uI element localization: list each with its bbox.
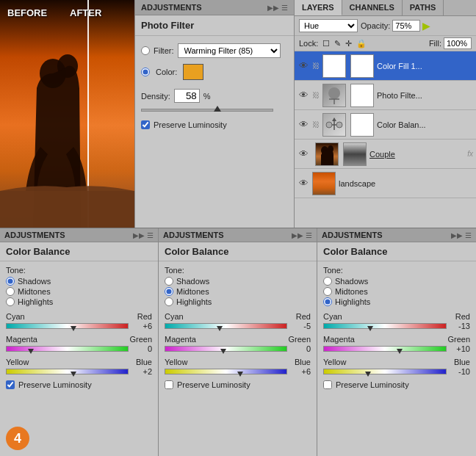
- tone-radio-midtones-0[interactable]: [6, 287, 15, 296]
- cb-menu-icon-0[interactable]: ☰: [147, 231, 154, 239]
- yellow-blue-row-1: YellowBlue +6: [165, 358, 311, 376]
- cb-header-icons-2: ▶▶ ☰: [451, 231, 472, 239]
- cyan-red-val-2: -13: [450, 322, 470, 330]
- layer-name-4: landscape: [339, 179, 473, 188]
- preserve-luminosity-checkbox[interactable]: [141, 120, 150, 129]
- blend-mode-select[interactable]: Hue: [299, 19, 358, 32]
- yellow-blue-thumb-2: [365, 372, 371, 377]
- tone-radios-2: Shadows Midtones Highlights: [323, 277, 470, 306]
- tab-paths[interactable]: PATHS: [403, 0, 444, 15]
- cb-expand-icon-1[interactable]: ▶▶: [292, 231, 303, 239]
- tone-label-0: Tone:: [6, 266, 152, 275]
- cb-header-0: ADJUSTMENTS ▶▶ ☰: [0, 228, 158, 242]
- fill-input[interactable]: [444, 37, 472, 49]
- photo-filter-panel: ADJUSTMENTS ▶▶ ☰ Photo Filter Filter: Wa…: [134, 0, 294, 228]
- cb-expand-icon-0[interactable]: ▶▶: [133, 231, 145, 239]
- filter-select[interactable]: Warming Filter (85): [178, 43, 281, 58]
- photo-filter-title: Photo Filter: [135, 15, 294, 36]
- tone-radio-midtones-2[interactable]: [323, 287, 332, 296]
- tab-layers[interactable]: LAYERS: [295, 0, 342, 15]
- cb-adjustments-label-2: ADJUSTMENTS: [322, 231, 383, 239]
- panel-header: ADJUSTMENTS ▶▶ ☰: [135, 0, 294, 15]
- cyan-red-thumb-2: [367, 326, 373, 331]
- tab-channels[interactable]: CHANNELS: [342, 0, 403, 15]
- yellow-blue-slider-1[interactable]: [165, 369, 287, 374]
- eye-icon-0[interactable]: 👁: [298, 60, 309, 72]
- layer-mask-2: [350, 113, 374, 137]
- cb-menu-icon-2[interactable]: ☰: [465, 231, 472, 239]
- cyan-red-row-1: CyanRed -5: [165, 312, 311, 330]
- yellow-blue-slider-0[interactable]: [6, 369, 129, 374]
- magenta-green-slider-1[interactable]: [165, 346, 287, 352]
- lock-icon[interactable]: ☐: [322, 39, 330, 48]
- layer-item-couple[interactable]: 👁 Couple fx: [295, 140, 476, 169]
- tone-radio-highlights-0[interactable]: [6, 297, 15, 306]
- cyan-red-slider-2[interactable]: [323, 323, 447, 329]
- lock-all-icon[interactable]: 🔒: [356, 39, 367, 48]
- filter-radio[interactable]: [141, 46, 150, 55]
- preserve-checkbox-0[interactable]: [6, 380, 15, 389]
- cb-panel-midtones: ADJUSTMENTS ▶▶ ☰ Color Balance Tone: Sha…: [159, 228, 317, 456]
- preserve-row-1: Preserve Luminosity: [165, 380, 311, 389]
- layer-item-color-balance[interactable]: 👁 ⛓ Color Balan...: [295, 110, 476, 140]
- cb-menu-icon-1[interactable]: ☰: [306, 231, 312, 239]
- layer-item-landscape[interactable]: 👁 landscape: [295, 169, 476, 198]
- tone-radio-shadows-1[interactable]: [165, 277, 173, 286]
- gradient-arrow-icon: ▶: [422, 20, 430, 32]
- layers-panel: LAYERS CHANNELS PATHS Hue Opacity: ▶ Loc…: [294, 0, 476, 228]
- after-label: AFTER: [70, 7, 101, 18]
- lock-move-icon[interactable]: ✛: [345, 39, 352, 48]
- density-slider-track[interactable]: [141, 109, 273, 112]
- magenta-green-val-1: 0: [290, 344, 311, 353]
- color-balance-section: ADJUSTMENTS ▶▶ ☰ Color Balance Tone: Sha…: [0, 228, 476, 456]
- tone-section-2: Tone: Shadows Midtones Highlights: [323, 266, 470, 306]
- fill-row: Fill:: [429, 37, 472, 49]
- lock-row: Lock: ☐ ✎ ✛ 🔒 Fill:: [295, 36, 476, 51]
- cb-title-0: Color Balance: [0, 242, 158, 261]
- panel-icon-menu[interactable]: ☰: [281, 4, 288, 12]
- eye-icon-3[interactable]: 👁: [298, 148, 309, 160]
- tone-radio-shadows-2[interactable]: [323, 277, 332, 286]
- lock-brush-icon[interactable]: ✎: [334, 39, 341, 48]
- svg-point-10: [326, 122, 332, 128]
- color-label: Color:: [156, 68, 177, 76]
- color-radio[interactable]: [141, 68, 150, 76]
- layer-item-photo-filter[interactable]: 👁 ⛓ Photo Filte...: [295, 81, 476, 110]
- magenta-green-slider-0[interactable]: [6, 346, 129, 352]
- yellow-blue-thumb-1: [237, 372, 243, 377]
- density-input[interactable]: [174, 89, 200, 103]
- tone-radio-midtones-1[interactable]: [165, 287, 173, 296]
- filter-label: Filter:: [154, 46, 174, 55]
- density-row: Density: %: [141, 89, 288, 103]
- cyan-red-slider-1[interactable]: [165, 323, 287, 329]
- eye-icon-2[interactable]: 👁: [298, 119, 309, 131]
- color-swatch[interactable]: [183, 64, 203, 80]
- svg-point-11: [336, 122, 342, 128]
- layer-name-3: Couple: [369, 150, 464, 159]
- cyan-red-thumb-1: [217, 326, 223, 331]
- magenta-green-val-0: 0: [131, 344, 152, 353]
- opacity-input[interactable]: [392, 20, 420, 32]
- preserve-luminosity-row: Preserve Luminosity: [141, 120, 288, 129]
- cyan-red-val-0: +6: [131, 322, 152, 330]
- tone-radio-shadows-0[interactable]: [6, 277, 15, 286]
- preserve-checkbox-2[interactable]: [323, 380, 332, 389]
- magenta-green-row-1: MagentaGreen 0: [165, 335, 311, 353]
- preserve-checkbox-1[interactable]: [165, 380, 173, 389]
- tone-radio-highlights-1[interactable]: [165, 297, 173, 306]
- cb-title-2: Color Balance: [317, 242, 476, 261]
- yellow-blue-slider-2[interactable]: [323, 369, 447, 374]
- cyan-red-slider-0[interactable]: [6, 323, 129, 329]
- density-slider-thumb[interactable]: [214, 106, 221, 112]
- eye-icon-1[interactable]: 👁: [298, 90, 309, 101]
- tone-section-1: Tone: Shadows Midtones Highlights: [165, 266, 311, 306]
- layer-item-color-fill[interactable]: 👁 ⛓ Color Fill 1...: [295, 51, 476, 81]
- adjustments-label: ADJUSTMENTS: [141, 3, 202, 12]
- preserve-row-2: Preserve Luminosity: [323, 380, 470, 389]
- eye-icon-4[interactable]: 👁: [298, 178, 309, 189]
- magenta-green-val-2: +10: [450, 344, 470, 353]
- tone-radio-highlights-2[interactable]: [323, 297, 332, 306]
- magenta-green-slider-2[interactable]: [323, 346, 447, 352]
- cb-expand-icon-2[interactable]: ▶▶: [451, 231, 463, 239]
- panel-icon-expand[interactable]: ▶▶: [267, 4, 279, 12]
